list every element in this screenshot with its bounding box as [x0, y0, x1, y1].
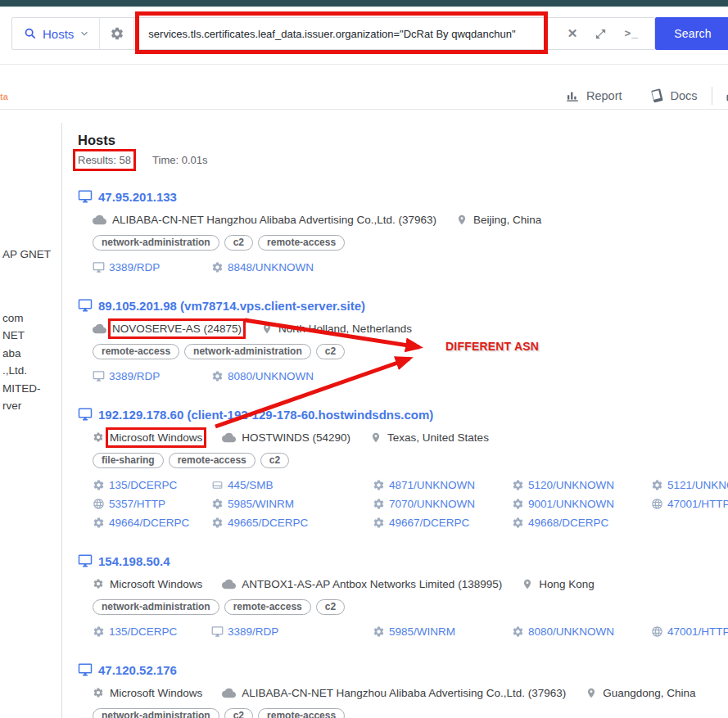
service-link[interactable]: 5120/UNKNOWN: [512, 476, 651, 494]
report-link[interactable]: Report: [565, 88, 622, 103]
host-meta-row: Microsoft WindowsHOSTWINDS (54290)Texas,…: [93, 430, 728, 445]
service-link[interactable]: 5121/UNKNOWN: [651, 476, 728, 494]
search-button[interactable]: Search: [655, 17, 728, 50]
host-ip-link[interactable]: 47.95.201.133: [98, 190, 177, 204]
report-label: Report: [586, 89, 622, 102]
tag-pill[interactable]: network-administration: [184, 344, 311, 359]
search-type-dropdown[interactable]: Hosts: [12, 18, 99, 49]
service-label: 5985/WINRM: [228, 498, 294, 510]
tag-pill[interactable]: c2: [260, 453, 289, 468]
as-label: ALIBABA-CN-NET Hangzhou Alibaba Advertis…: [242, 687, 566, 699]
cloud-icon: [222, 686, 236, 700]
service-link[interactable]: 3389/RDP: [93, 367, 211, 385]
service-label: 8848/UNKNOWN: [228, 261, 314, 273]
location-label: Texas, United States: [387, 431, 489, 444]
service-link[interactable]: 4871/UNKNOWN: [373, 476, 512, 494]
service-label: 3389/RDP: [109, 261, 160, 273]
service-label: 47001/HTTP: [667, 498, 728, 510]
sidebar-fragment: NET: [2, 329, 25, 341]
tag-pill[interactable]: c2: [316, 344, 345, 359]
host-ip-link[interactable]: 47.120.52.176: [98, 663, 177, 677]
service-label: 5357/HTTP: [109, 498, 165, 510]
service-link[interactable]: 47001/HTTP: [651, 622, 728, 640]
service-link[interactable]: 135/DCERPC: [93, 476, 211, 494]
tag-pill[interactable]: c2: [224, 235, 253, 251]
host-ip-row: 192.129.178.60 (client-192-129-178-60.ho…: [78, 406, 728, 422]
page-title: Hosts: [78, 133, 728, 148]
service-link[interactable]: 5985/WINRM: [373, 622, 512, 640]
service-link[interactable]: 5357/HTTP: [93, 494, 211, 513]
as-label: HOSTWINDS (54290): [242, 431, 350, 444]
service-link[interactable]: 49665/DCERPC: [211, 513, 373, 531]
sidebar-fragment: aba: [2, 347, 21, 359]
clear-search-icon[interactable]: ✕: [567, 26, 578, 41]
tag-pill[interactable]: c2: [316, 599, 345, 615]
service-link[interactable]: 8080/UNKNOWN: [512, 622, 651, 640]
terminal-icon[interactable]: >_: [624, 28, 639, 40]
service-link[interactable]: 49668/DCERPC: [512, 513, 651, 531]
expand-icon[interactable]: [595, 28, 607, 40]
host-meta-row: Microsoft WindowsANTBOX1-AS-AP Antbox Ne…: [93, 576, 728, 591]
gear-icon: [373, 479, 385, 491]
search-settings-button[interactable]: [99, 18, 133, 49]
service-label: 4871/UNKNOWN: [389, 479, 475, 491]
search-input[interactable]: [147, 27, 555, 41]
gear-icon: [93, 578, 104, 589]
service-link[interactable]: 47001/HTTP: [651, 494, 728, 513]
tag-pill[interactable]: c2: [224, 708, 253, 718]
service-link[interactable]: 3389/RDP: [93, 258, 211, 276]
results-count: Results: 58: [78, 154, 131, 166]
as-label: ANTBOX1-AS-AP Antbox Networks Limited (1…: [242, 578, 502, 590]
divider: [712, 87, 712, 105]
service-link[interactable]: 3389/RDP: [211, 622, 373, 640]
service-link[interactable]: 49667/DCERPC: [373, 513, 512, 531]
service-label: 9001/UNKNOWN: [528, 498, 614, 510]
globe-icon: [93, 498, 105, 510]
location-label: North Holland, Netherlands: [278, 323, 412, 335]
tag-pill[interactable]: network-administration: [93, 708, 219, 718]
docs-link[interactable]: Docs: [649, 88, 698, 103]
sign-in-link[interactable]: S: [725, 89, 728, 102]
tag-pill[interactable]: remote-access: [258, 235, 345, 251]
host-ip-row: 47.95.201.133: [78, 188, 728, 205]
service-label: 49665/DCERPC: [228, 517, 308, 529]
host-ip-link[interactable]: 89.105.201.98 (vm78714.vps.client-server…: [98, 299, 365, 313]
service-link[interactable]: 7070/UNKNOWN: [373, 494, 512, 513]
gear-icon: [651, 479, 663, 491]
search-input-wrap: [133, 18, 560, 49]
service-link[interactable]: 445/SMB: [211, 476, 373, 494]
service-link[interactable]: 5985/WINRM: [211, 494, 373, 513]
tag-pill[interactable]: network-administration: [93, 235, 219, 251]
tag-pill[interactable]: remote-access: [169, 453, 255, 468]
tag-pill[interactable]: file-sharing: [93, 453, 164, 468]
tag-pill[interactable]: remote-access: [93, 344, 179, 359]
service-label: 445/SMB: [228, 479, 274, 491]
service-label: 49667/DCERPC: [389, 517, 469, 529]
search-bar: Hosts ✕ >_: [11, 17, 655, 50]
service-link[interactable]: 49664/DCERPC: [93, 513, 211, 531]
service-link[interactable]: 9001/UNKNOWN: [512, 494, 651, 513]
os-label: Microsoft Windows: [110, 578, 202, 590]
service-link[interactable]: 135/DCERPC: [93, 622, 211, 640]
gear-icon: [93, 431, 104, 443]
tag-pill[interactable]: remote-access: [224, 599, 311, 615]
service-link[interactable]: 8080/UNKNOWN: [211, 367, 373, 385]
docs-label: Docs: [671, 89, 698, 102]
host-location: Guangdong, China: [586, 687, 695, 699]
os-label: Microsoft Windows: [110, 431, 202, 444]
host-location: North Holland, Netherlands: [261, 323, 412, 335]
results-time: Time: 0.01s: [152, 154, 207, 166]
host-tags: network-administrationc2remote-access: [93, 235, 728, 251]
globe-icon: [651, 498, 663, 510]
location-pin-icon: [586, 687, 597, 699]
tag-pill[interactable]: remote-access: [258, 708, 345, 718]
service-label: 3389/RDP: [109, 370, 160, 382]
host-tags: network-administrationremote-accessc2: [93, 599, 728, 615]
service-link[interactable]: 8848/UNKNOWN: [211, 258, 373, 276]
tag-pill[interactable]: network-administration: [93, 599, 219, 615]
gear-icon: [373, 517, 385, 529]
monitor-icon: [78, 407, 93, 422]
host-ip-link[interactable]: 154.198.50.4: [98, 554, 170, 568]
gear-icon: [373, 625, 385, 638]
host-ip-link[interactable]: 192.129.178.60 (client-192-129-178-60.ho…: [98, 408, 433, 422]
